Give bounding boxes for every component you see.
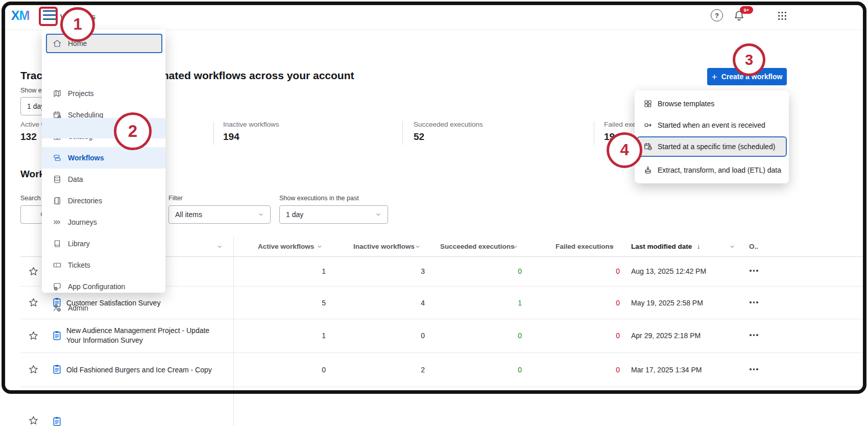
nav-item-workflows[interactable]: Workflows bbox=[42, 147, 165, 169]
column-header-active-workflows[interactable]: Active workflows bbox=[258, 243, 314, 250]
create-workflow-menu: Browse templates Started when an event i… bbox=[635, 90, 789, 183]
menu-item-browse-templates[interactable]: Browse templates bbox=[635, 92, 789, 115]
column-divider bbox=[233, 236, 234, 426]
nav-item-data[interactable]: Data bbox=[42, 169, 165, 190]
app-window: XM Workflows ? 9+ C Track the execution … bbox=[0, 0, 868, 426]
nav-item-journeys[interactable]: Journeys bbox=[42, 211, 165, 233]
directories-icon bbox=[53, 196, 62, 205]
event-icon bbox=[643, 121, 653, 130]
star-icon[interactable] bbox=[28, 415, 39, 426]
column-header-last-modified-date[interactable]: Last modified date ↓ bbox=[631, 243, 701, 250]
plus-icon: + bbox=[712, 72, 717, 82]
row-actions-button[interactable] bbox=[750, 270, 758, 272]
app-configuration-icon bbox=[53, 282, 62, 291]
apps-grid-button[interactable] bbox=[776, 9, 789, 22]
chevron-down-icon[interactable] bbox=[317, 244, 323, 250]
projects-icon bbox=[53, 89, 62, 98]
stat-inactive-workflows: Inactive workflows 194 bbox=[223, 121, 279, 143]
stat-succeeded-executions: Succeeded executions 52 bbox=[414, 121, 483, 143]
data-icon bbox=[53, 175, 62, 184]
divider bbox=[402, 122, 403, 145]
nav-menu: Home Projects Scheduling Catalog Workflo… bbox=[42, 30, 165, 293]
chevron-down-icon[interactable] bbox=[609, 244, 615, 250]
annotation-step-3: 3 bbox=[733, 43, 765, 76]
executions-period-select[interactable]: 1 day bbox=[279, 205, 388, 224]
search-label: Search bbox=[20, 195, 41, 202]
hamburger-menu-button[interactable] bbox=[43, 10, 57, 22]
nav-item-home[interactable]: Home bbox=[46, 34, 162, 53]
journeys-icon bbox=[53, 218, 62, 227]
help-button[interactable]: ? bbox=[710, 9, 724, 22]
nav-item-projects[interactable]: Projects bbox=[42, 83, 165, 104]
xm-logo: XM bbox=[11, 8, 30, 23]
workflow-name[interactable]: Old Fashioned Burgers and Ice Cream - Co… bbox=[66, 366, 212, 374]
menu-item-etl-workflow[interactable]: Extract, transform, and load (ETL) data bbox=[635, 159, 789, 181]
survey-document-icon bbox=[53, 364, 61, 374]
star-icon[interactable] bbox=[28, 266, 39, 277]
home-icon bbox=[53, 39, 62, 48]
chevron-down-icon bbox=[375, 211, 381, 218]
survey-document-icon bbox=[53, 416, 61, 426]
menu-item-event-workflow[interactable]: Started when an event is received bbox=[635, 114, 789, 136]
chevron-down-icon[interactable] bbox=[415, 244, 421, 250]
chevron-down-icon bbox=[258, 211, 264, 218]
column-header-options[interactable]: O.. bbox=[749, 243, 758, 250]
nav-item-admin[interactable]: Admin bbox=[42, 297, 165, 319]
chevron-down-icon[interactable] bbox=[512, 244, 518, 250]
column-header-inactive-workflows[interactable]: Inactive workflows bbox=[353, 243, 415, 250]
admin-icon bbox=[53, 303, 62, 313]
nav-item-directories[interactable]: Directories bbox=[42, 190, 165, 211]
nav-item-app-configuration[interactable]: App Configuration bbox=[42, 276, 165, 297]
menu-item-scheduled-workflow[interactable]: Started at a specific time (scheduled) bbox=[637, 136, 787, 157]
tickets-icon bbox=[53, 261, 62, 270]
star-icon[interactable] bbox=[28, 297, 39, 308]
annotation-step-4: 4 bbox=[607, 132, 642, 168]
chevron-down-icon[interactable] bbox=[216, 244, 223, 250]
divider bbox=[213, 122, 214, 145]
etl-database-icon bbox=[643, 165, 653, 175]
library-icon bbox=[53, 239, 62, 248]
divider bbox=[594, 122, 594, 145]
nav-item-tickets[interactable]: Tickets bbox=[42, 254, 165, 276]
apps-grid-icon bbox=[777, 10, 788, 21]
filter-select[interactable]: All items bbox=[168, 205, 271, 224]
column-header-succeeded-executions[interactable]: Succeeded executions bbox=[440, 243, 515, 250]
star-icon[interactable] bbox=[28, 330, 39, 341]
hamburger-icon bbox=[43, 10, 56, 12]
notification-badge: 9+ bbox=[740, 6, 753, 14]
row-divider bbox=[20, 352, 864, 353]
nav-item-library[interactable]: Library bbox=[42, 233, 165, 254]
row-actions-button[interactable] bbox=[750, 368, 758, 370]
scheduled-calendar-clock-icon bbox=[643, 142, 653, 151]
workflow-name[interactable]: New Audience Management Project - Update… bbox=[66, 326, 222, 345]
filter-label: Filter bbox=[168, 195, 183, 202]
row-divider bbox=[20, 387, 864, 387]
executions-period-label: Show executions in the past bbox=[279, 195, 359, 202]
browse-templates-icon bbox=[643, 99, 653, 108]
row-actions-button[interactable] bbox=[750, 334, 758, 336]
row-divider bbox=[20, 319, 864, 319]
column-header-failed-executions[interactable]: Failed executions bbox=[556, 243, 613, 250]
star-icon[interactable] bbox=[28, 364, 39, 375]
survey-document-icon bbox=[53, 330, 61, 341]
annotation-step-1: 1 bbox=[60, 7, 95, 42]
help-icon: ? bbox=[711, 9, 723, 21]
chevron-down-icon[interactable] bbox=[729, 244, 735, 250]
sort-descending-icon: ↓ bbox=[697, 243, 701, 250]
workflows-icon bbox=[53, 153, 62, 162]
row-actions-button[interactable] bbox=[750, 301, 758, 303]
annotation-step-2: 2 bbox=[114, 112, 152, 150]
